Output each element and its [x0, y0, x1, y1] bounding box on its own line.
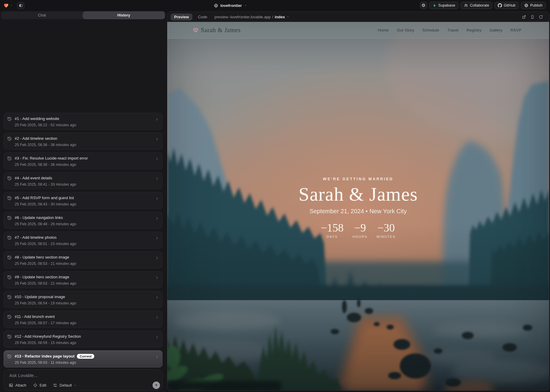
history-item[interactable]: #8 - Update hero section image 25 Feb 20… [4, 251, 162, 268]
hero-eyebrow: WE'RE GETTING MARRIED [167, 177, 549, 181]
history-item-timestamp: 25 Feb 2025, 08:22 - 52 minutes ago [15, 123, 152, 128]
topbar: lovefrontier ⚙ Supabase Collaborate GitH… [0, 0, 550, 11]
history-item[interactable]: #11 - Add brunch event 25 Feb 2025, 08:5… [4, 311, 162, 328]
history-item-title: #10 - Update proposal image [15, 294, 65, 300]
site-logo[interactable]: Sarah & James [193, 26, 240, 34]
history-item-title: #6 - Update navigation links [15, 215, 63, 220]
github-button[interactable]: GitHub [494, 2, 519, 9]
prompt-input[interactable] [9, 373, 147, 380]
history-item[interactable]: #3 - Fix: Resolve Lucide-react import er… [4, 152, 162, 169]
history-item[interactable]: #1 - Add wedding website 25 Feb 2025, 08… [4, 113, 162, 130]
history-list: #1 - Add wedding website 25 Feb 2025, 08… [4, 113, 162, 370]
chevron-right-icon[interactable] [155, 117, 159, 121]
history-item[interactable]: #10 - Update proposal image 25 Feb 2025,… [4, 291, 162, 308]
history-item-title: #12 - Add Honeyfund Registry Section [15, 334, 81, 339]
history-item[interactable]: #4 - Add event details 25 Feb 2025, 08:4… [4, 172, 162, 189]
countdown-value: −158 [321, 221, 343, 235]
settings-button[interactable]: ⚙ [420, 2, 427, 9]
mode-selector[interactable]: Default [53, 383, 77, 388]
chevron-down-icon [74, 384, 77, 387]
site-preview: Sarah & James HomeOur StoryScheduleTrave… [167, 22, 549, 391]
current-badge: Current [77, 354, 94, 359]
chevron-right-icon[interactable] [155, 335, 159, 339]
chat-sidebar: Chat History #1 - Add wedding website 25… [0, 11, 166, 392]
nav-link[interactable]: Registry [467, 28, 482, 32]
chevron-right-icon[interactable] [155, 276, 159, 280]
history-item[interactable]: #13 - Refactor index page layout Current… [4, 350, 162, 367]
tab-chat[interactable]: Chat [1, 11, 83, 19]
history-item-body: #8 - Update hero section image 25 Feb 20… [15, 255, 152, 266]
history-icon [7, 156, 12, 161]
chevron-right-icon[interactable] [155, 196, 159, 201]
preview-panel: Preview Code preview--lovefrontier.lovab… [167, 11, 549, 391]
history-item-timestamp: 25 Feb 2025, 08:57 - 17 minutes ago [15, 321, 152, 326]
publish-globe-icon [524, 3, 528, 7]
heart-icon [193, 28, 198, 33]
history-item-body: #7 - Add timeline photos 25 Feb 2025, 08… [15, 235, 152, 247]
supabase-label: Supabase [438, 3, 455, 7]
nav-link[interactable]: Travel [447, 28, 458, 32]
publish-label: Publish [530, 3, 542, 7]
site-header: Sarah & James HomeOur StoryScheduleTrave… [167, 22, 549, 39]
edit-label: Edit [40, 383, 46, 388]
nav-link[interactable]: Our Story [397, 28, 414, 32]
chevron-right-icon[interactable] [155, 157, 159, 161]
history-item[interactable]: #7 - Add timeline photos 25 Feb 2025, 08… [4, 232, 162, 249]
attach-button[interactable]: Attach [9, 383, 26, 388]
chevron-right-icon[interactable] [155, 236, 159, 240]
history-item-timestamp: 25 Feb 2025, 09:03 - 11 minutes ago [15, 360, 152, 365]
nav-link[interactable]: Schedule [422, 28, 439, 32]
countdown-item: −158 DAYS [321, 221, 343, 238]
globe-icon [214, 3, 218, 8]
edit-button[interactable]: Edit [33, 383, 46, 388]
edit-target-icon [33, 383, 38, 388]
chevron-right-icon[interactable] [155, 216, 159, 220]
tab-preview[interactable]: Preview [171, 13, 192, 20]
history-item[interactable]: #9 - Update hero section image 25 Feb 20… [4, 271, 162, 288]
gear-icon: ⚙ [422, 3, 425, 8]
lovable-logo[interactable] [4, 3, 13, 8]
preview-url-page: index [275, 15, 285, 19]
nav-link[interactable]: Gallery [489, 28, 502, 32]
history-item-body: #11 - Add brunch event 25 Feb 2025, 08:5… [15, 314, 152, 326]
chevron-right-icon[interactable] [155, 177, 159, 181]
history-item[interactable]: #12 - Add Honeyfund Registry Section 25 … [4, 331, 162, 348]
tab-history[interactable]: History [83, 11, 165, 19]
history-item-body: #6 - Update navigation links 25 Feb 2025… [15, 215, 152, 227]
countdown-label: MINUTES [376, 235, 396, 238]
preview-url[interactable]: preview--lovefrontier.lovable.app / inde… [214, 15, 289, 19]
chevron-down-icon [286, 15, 289, 18]
countdown-value: −30 [376, 221, 396, 235]
site-nav: HomeOur StoryScheduleTravelRegistryGalle… [378, 28, 521, 32]
countdown-item: −9 HOURS [353, 221, 368, 238]
supabase-icon [433, 4, 437, 7]
project-selector[interactable]: lovefrontier [214, 0, 247, 11]
refresh-icon[interactable] [539, 15, 543, 19]
chevron-right-icon[interactable] [155, 315, 159, 319]
chevron-right-icon[interactable] [155, 355, 159, 359]
nav-link[interactable]: RSVP [510, 28, 521, 32]
history-item[interactable]: #5 - Add RSVP form and guest list 25 Feb… [4, 192, 162, 209]
send-button[interactable] [153, 382, 160, 389]
supabase-button[interactable]: Supabase [429, 2, 458, 9]
sidebar-toggle-button[interactable] [17, 2, 24, 9]
tab-code[interactable]: Code [198, 15, 207, 19]
attach-label: Attach [15, 383, 26, 388]
history-item[interactable]: #2 - Add timeline section 25 Feb 2025, 0… [4, 133, 162, 150]
collaborate-button[interactable]: Collaborate [461, 2, 492, 9]
chevron-right-icon[interactable] [155, 256, 159, 260]
history-item-timestamp: 25 Feb 2025, 08:54 - 19 minutes ago [15, 301, 152, 306]
publish-button[interactable]: Publish [521, 2, 546, 9]
chevron-right-icon[interactable] [155, 295, 159, 300]
chevron-right-icon[interactable] [155, 137, 159, 141]
countdown-label: HOURS [353, 235, 368, 238]
history-item-timestamp: 25 Feb 2025, 08:51 - 23 minutes ago [15, 241, 152, 247]
nav-link[interactable]: Home [378, 28, 389, 32]
history-icon [7, 334, 12, 339]
open-external-icon[interactable] [522, 15, 526, 19]
history-item[interactable]: #6 - Update navigation links 25 Feb 2025… [4, 212, 162, 229]
history-item-title: #13 - Refactor index page layout [15, 354, 74, 359]
history-item-title: #2 - Add timeline section [15, 136, 57, 141]
collaborate-label: Collaborate [470, 3, 489, 7]
mobile-view-icon[interactable] [530, 15, 535, 19]
